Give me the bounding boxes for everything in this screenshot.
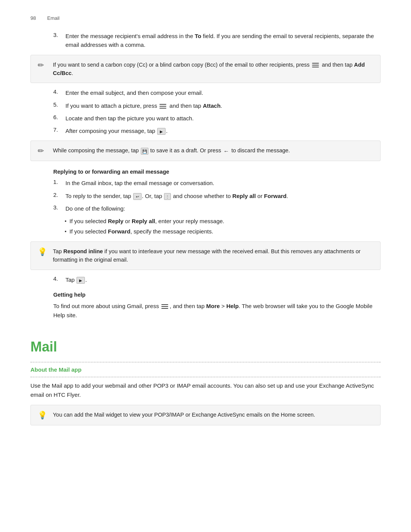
step-content: Locate and then tap the picture you want… <box>65 114 381 123</box>
more-icon-1: ⋮ <box>164 193 171 200</box>
step-number: 5. <box>53 101 62 110</box>
note-box-1: ✏ If you want to send a carbon copy (Cc)… <box>30 55 381 83</box>
pencil-icon: ✏ <box>38 61 48 70</box>
save-icon-1: 💾 <box>141 148 148 155</box>
step-content: After composing your message, tap ▶. <box>65 126 381 135</box>
step-number: 6. <box>53 114 62 123</box>
note-text-1: If you want to send a carbon copy (Cc) o… <box>53 61 373 78</box>
send-icon-2: ▶ <box>76 277 85 284</box>
step-number: 7. <box>53 126 62 135</box>
step-content: Enter the email subject, and then compos… <box>65 88 381 97</box>
about-mail-body: Use the Mail app to add your webmail and… <box>30 381 381 399</box>
step-number: 4. <box>53 275 62 284</box>
back-arrow-icon: ← <box>223 147 229 155</box>
help-section-heading: Getting help <box>53 292 381 298</box>
mail-section: Mail About the Mail app Use the Mail app… <box>30 339 381 425</box>
reply-section-heading: Replying to or forwarding an email messa… <box>53 169 381 175</box>
step-number: 3. <box>53 32 62 50</box>
note-text-2: While composing the message, tap 💾 to sa… <box>53 146 290 155</box>
lightbulb-icon-1: 💡 <box>38 247 48 256</box>
reply-bullets: If you selected Reply or Reply all, ente… <box>65 217 381 236</box>
list-item: 4. Tap ▶. <box>30 275 381 284</box>
step-number: 4. <box>53 88 62 97</box>
pencil-icon-2: ✏ <box>38 146 48 155</box>
steps-list-1: 3. Enter the message recipient's email a… <box>30 32 381 50</box>
step-content: Do one of the following: <box>65 204 381 213</box>
about-mail-heading: About the Mail app <box>30 366 381 373</box>
list-item: If you selected Reply or Reply all, ente… <box>65 217 381 225</box>
note-box-4: 💡 You can add the Mail widget to view yo… <box>30 405 381 425</box>
list-item: 3. Enter the message recipient's email a… <box>30 32 381 50</box>
menu-icon-3 <box>161 303 169 309</box>
page-header: 98 Email <box>30 15 381 21</box>
bullet-text: If you selected Forward, specify the mes… <box>70 227 213 236</box>
list-item: 1. In the Gmail inbox, tap the email mes… <box>30 179 381 187</box>
reply-step4-list: 4. Tap ▶. <box>30 275 381 284</box>
dotted-divider-2 <box>30 377 381 377</box>
list-item: 7. After composing your message, tap ▶. <box>30 126 381 135</box>
note-box-3: 💡 Tap Respond inline if you want to inte… <box>30 241 381 270</box>
note-text-4: You can add the Mail widget to view your… <box>53 411 315 419</box>
page-number: 98 <box>30 15 41 21</box>
mail-section-title: Mail <box>30 339 381 355</box>
list-item: 3. Do one of the following: <box>30 204 381 213</box>
step-number: 2. <box>53 192 62 200</box>
steps-list-2: 4. Enter the email subject, and then com… <box>30 88 381 135</box>
help-body-text: To find out more about using Gmail, pres… <box>30 302 381 320</box>
dotted-divider-1 <box>30 362 381 363</box>
reply-icon-1: ↩ <box>133 193 142 200</box>
page-label: Email <box>47 15 60 21</box>
step-content: Enter the message recipient's email addr… <box>65 32 381 50</box>
step-content: If you want to attach a picture, press a… <box>65 101 381 110</box>
step-content: To reply to the sender, tap ↩. Or, tap ⋮… <box>65 192 381 200</box>
note-box-2: ✏ While composing the message, tap 💾 to … <box>30 141 381 161</box>
list-item: 5. If you want to attach a picture, pres… <box>30 101 381 110</box>
list-item: 6. Locate and then tap the picture you w… <box>30 114 381 123</box>
list-item: 4. Enter the email subject, and then com… <box>30 88 381 97</box>
reply-steps-list: 1. In the Gmail inbox, tap the email mes… <box>30 179 381 213</box>
step-content: In the Gmail inbox, tap the email messag… <box>65 179 381 187</box>
bullet-text: If you selected Reply or Reply all, ente… <box>70 217 225 225</box>
send-icon-1: ▶ <box>157 128 166 135</box>
list-item: If you selected Forward, specify the mes… <box>65 227 381 236</box>
list-item: 2. To reply to the sender, tap ↩. Or, ta… <box>30 192 381 200</box>
menu-icon-1 <box>312 62 320 67</box>
step-number: 1. <box>53 179 62 187</box>
note-text-3: Tap Respond inline if you want to interl… <box>53 247 373 264</box>
menu-icon-2 <box>159 103 167 109</box>
step-number: 3. <box>53 204 62 213</box>
lightbulb-icon-2: 💡 <box>38 411 48 420</box>
step-content: Tap ▶. <box>65 275 381 284</box>
